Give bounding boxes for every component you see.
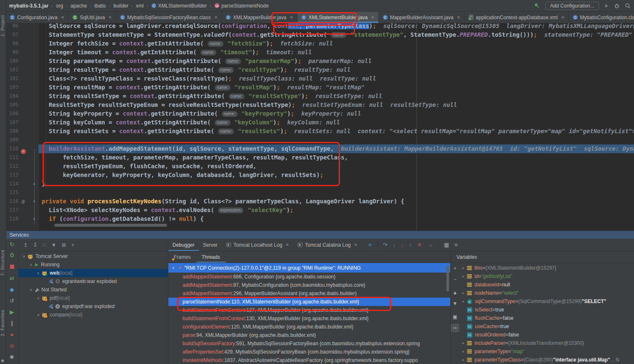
close-icon[interactable]: ✕	[214, 15, 218, 20]
stack-frame[interactable]: buildStatementFromContext:130, XMLMapper…	[168, 314, 450, 323]
tab-frames[interactable]: Frames	[168, 251, 196, 263]
editor-tab[interactable]: CXMLMapperBuilder.java✕	[222, 12, 297, 23]
view-breakpoints-icon[interactable]: ⊘	[6, 340, 18, 351]
variable-row[interactable]: ∨databaseId = null	[459, 281, 634, 289]
step-out-icon[interactable]: ↑	[409, 242, 412, 248]
code-line[interactable]: 108 String resultSets = context.getStrin…	[6, 127, 634, 136]
close-icon[interactable]: ✕	[561, 15, 564, 20]
breadcrumb-item[interactable]: builder	[113, 3, 128, 9]
breadcrumb-item[interactable]: ibatis	[94, 3, 106, 9]
breadcrumb-item[interactable]: mybatis-3.5.1.jar	[9, 3, 48, 9]
collapse-all-icon[interactable]: ↧	[33, 242, 37, 248]
stack-frame[interactable]: buildSqlSessionFactory:591, MybatisSqlSe…	[168, 339, 450, 348]
variable-row[interactable]: ∨id = "getNotifyList"	[459, 272, 634, 281]
service-tree-item[interactable]: ?egrantpdf:war exploded	[18, 302, 168, 311]
close-icon[interactable]: ✕	[457, 15, 460, 20]
chevron-right-icon[interactable]: ∨	[461, 265, 465, 271]
breadcrumb-item[interactable]: mparseStatementNode	[214, 3, 269, 9]
evaluate-expression-icon[interactable]: ▦	[444, 242, 449, 248]
chevron-down-icon[interactable]: ∨	[28, 288, 34, 292]
stack-frame[interactable]: addMappedStatement:296, MapperBuilderAss…	[168, 289, 450, 298]
run-icon[interactable]	[604, 3, 609, 8]
stack-frame[interactable]: invokeInitMethods:1837, AbstractAutowire…	[168, 356, 450, 364]
filter-icon[interactable]: ▼	[51, 242, 56, 248]
new-service-frame-icon[interactable]: ⊞	[62, 242, 66, 248]
chevron-down-icon[interactable]: ∨	[21, 255, 27, 258]
service-tree-item[interactable]: ∨pdf [local]	[18, 294, 168, 302]
variable-row[interactable]: ∨01isSelect = true	[459, 306, 634, 314]
group-by-icon[interactable]: ∷	[43, 242, 46, 248]
code-line[interactable]: 107 String keyColumn = context.getString…	[6, 118, 634, 127]
stack-frame[interactable]: parse:94, XMLMapperBuilder {org.apache.i…	[168, 331, 450, 339]
code-line[interactable]: 115	[6, 188, 634, 197]
code-line[interactable]: 104 String resultSetType = context.getSt…	[6, 92, 634, 101]
rerun-debug-icon[interactable]	[6, 250, 18, 261]
service-tree-item[interactable]: ∨compare [local]	[18, 311, 168, 319]
editor-tab[interactable]: CMybatisConfiguration.class✕	[569, 12, 634, 23]
stack-frame[interactable]: buildStatementFromContext:137, XMLMapper…	[168, 306, 450, 314]
update-application-icon[interactable]: ↺	[6, 295, 18, 306]
editor-tab[interactable]: CXMLStatementBuilder.java✕	[297, 12, 379, 23]
add-configuration-button[interactable]: Add Configuration...	[545, 2, 599, 10]
variable-row[interactable]: ∨01flushCache = false	[459, 314, 634, 322]
toolwindow-button-project[interactable]: 1: Project	[0, 15, 6, 36]
hotswap-icon[interactable]: ◆	[6, 284, 18, 295]
stack-frame[interactable]: addMappedStatement:87, MybatisConfigurat…	[168, 281, 450, 289]
code-line[interactable]: 113 keyGenerator, keyProperty, keyColumn…	[6, 171, 634, 179]
code-line[interactable]: 117 List<XNode> selectKeyNodes = context…	[6, 206, 634, 215]
code-line[interactable]: 106 String keyProperty = context.getStri…	[6, 109, 634, 118]
chevron-right-icon[interactable]: ∨	[461, 273, 465, 280]
breadcrumb-item[interactable]: xml	[136, 3, 144, 9]
code-line[interactable]: 111 fetchSize, timeout, parameterMap, pa…	[6, 153, 634, 162]
code-line[interactable]: 97 StatementType statementType = Stateme…	[6, 30, 634, 39]
editor-tab[interactable]: CMybatisSqlSessionFactoryBean.class✕	[116, 12, 222, 23]
duplicate-watch-icon[interactable]: ▣	[451, 311, 459, 322]
code-line[interactable]: 114∧ }	[6, 179, 634, 188]
chevron-right-icon[interactable]: ∨	[36, 312, 40, 318]
pause-icon[interactable]: ∥	[6, 318, 18, 329]
editor-horizontal-scrollbar[interactable]	[54, 224, 167, 227]
gear-icon[interactable]: ✱	[1, 359, 4, 363]
code-line[interactable]: 116@∨ private void processSelectKeyNodes…	[6, 197, 634, 206]
code-line[interactable]: 110✓ builderAssistant.addMappedStatement…	[6, 144, 634, 153]
variable-row[interactable]: ∨includeParser = {XMLIncludeTransformer@…	[459, 339, 634, 347]
service-tree-item[interactable]: ∨web [local]	[18, 269, 168, 277]
deploy-icon[interactable]: ⇄	[6, 273, 18, 284]
variable-row[interactable]: ∨parameterTypeClass = {Class@290} "inter…	[459, 356, 634, 364]
service-tree-item[interactable]: egrantweb:war exploded	[18, 277, 168, 286]
chevron-right-icon[interactable]: ∨	[461, 290, 465, 296]
expand-all-icon[interactable]: ↥	[23, 242, 28, 248]
variable-row[interactable]: ∨parameterType = "map"	[459, 347, 634, 356]
show-watches-icon[interactable]: ∞	[451, 324, 459, 332]
chevron-right-icon[interactable]: ∨	[461, 348, 465, 355]
force-step-into-icon[interactable]: ↓	[401, 242, 404, 248]
resume-icon[interactable]: ▶	[6, 306, 18, 318]
close-icon[interactable]: ✕	[286, 243, 289, 247]
close-icon[interactable]: ✕	[354, 243, 358, 247]
code-line[interactable]: 98 Integer fetchSize = context.getIntAtt…	[6, 39, 634, 48]
chevron-down-icon[interactable]: ∨	[28, 263, 34, 267]
breadcrumb-item[interactable]: apache	[71, 3, 87, 9]
chevron-down-icon[interactable]: ∨	[35, 296, 41, 300]
stack-frame[interactable]: addMappedStatement:686, Configuration {o…	[168, 273, 450, 281]
tab-server[interactable]: Server	[199, 239, 222, 251]
chevron-down-icon[interactable]: ∨	[35, 271, 41, 275]
code-line[interactable]: 100 String parameterMap = context.getStr…	[6, 57, 634, 66]
code-line[interactable]: 105 ResultSetType resultSetTypeEnum = re…	[6, 101, 634, 109]
code-line[interactable]: 99 Integer timeout = context.getIntAttri…	[6, 48, 634, 57]
tab-tomcat-catalina-log[interactable]: Tomcat Catalina Log✕	[293, 239, 362, 251]
layout-settings-icon[interactable]: ≡	[454, 242, 458, 248]
toolwindow-button-structure[interactable]: 7: Structure	[0, 250, 6, 276]
debug-icon[interactable]	[614, 3, 620, 9]
chevron-right-icon[interactable]: ∨	[461, 340, 465, 346]
variable-row[interactable]: ∨this = {XMLStatementBuilder@15297}	[459, 264, 634, 272]
step-over-icon[interactable]: ↷	[383, 242, 388, 248]
chevron-down-icon[interactable]: ∨	[170, 266, 176, 270]
add-service-icon[interactable]: +	[71, 242, 74, 248]
code-editor[interactable]: 96 SqlSource sqlSource = langDriver.crea…	[6, 23, 634, 230]
variable-row[interactable]: ∨EsqlCommandType = {SqlCommandType@15299…	[459, 297, 634, 306]
move-up-icon[interactable]: ▲	[451, 287, 459, 298]
breadcrumb-item[interactable]: org	[56, 3, 63, 9]
variable-row[interactable]: ∨01resultOrdered = false	[459, 331, 634, 339]
tab-tomcat-localhost-log[interactable]: Tomcat Localhost Log✕	[222, 239, 293, 251]
